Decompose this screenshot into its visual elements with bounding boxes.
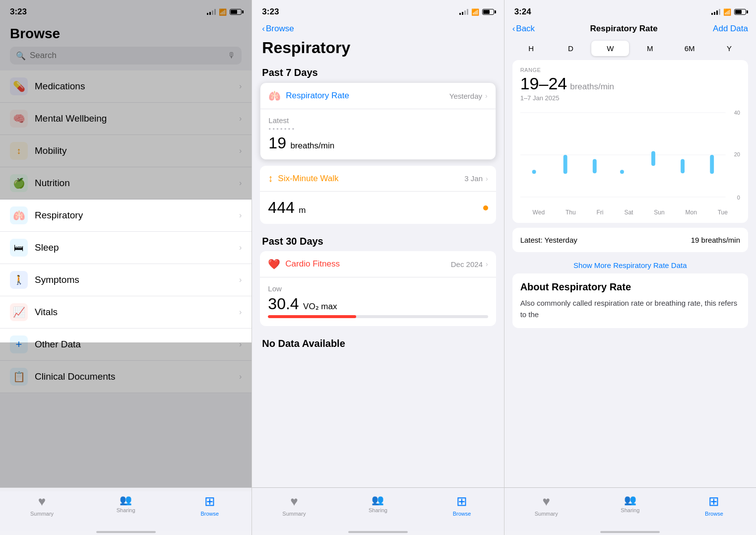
chart-area: RANGE 19–24 breaths/min 1–7 Jan 2025 bbox=[512, 60, 748, 223]
chevron-icon: › bbox=[239, 179, 242, 188]
summary-icon-2: ♥ bbox=[290, 494, 298, 509]
menu-item-medications[interactable]: 💊 Medications › bbox=[0, 70, 252, 103]
respiratory-rate-card[interactable]: 🫁 Respiratory Rate Yesterday › Latest ● … bbox=[260, 82, 496, 160]
back-button-3[interactable]: ‹ Back bbox=[512, 24, 535, 34]
chevron-icon: › bbox=[239, 82, 242, 91]
show-more-link[interactable]: Show More Respiratory Rate Data bbox=[504, 257, 756, 273]
browse-header: Browse 🔍 🎙 bbox=[0, 20, 252, 67]
respiratory-rate-date: Yesterday bbox=[449, 92, 482, 100]
latest-card-value: 19 breaths/min bbox=[691, 236, 740, 244]
six-min-walk-icon: ↕ bbox=[268, 173, 273, 184]
panel-respiratory: 3:23 📶 ‹ Browse Respiratory Past 7 Days bbox=[252, 0, 504, 535]
respiratory-label: Respiratory bbox=[35, 210, 239, 221]
status-time: 3:23 bbox=[10, 7, 27, 17]
tab-summary-label-2: Summary bbox=[282, 511, 306, 517]
time-btn-Y[interactable]: Y bbox=[710, 41, 748, 56]
medications-icon: 💊 bbox=[10, 77, 28, 95]
tab-sharing-2[interactable]: 👥 Sharing bbox=[358, 494, 398, 513]
menu-item-mental-wellbeing[interactable]: 🧠 Mental Wellbeing › bbox=[0, 103, 252, 135]
latest-unit: breaths/min bbox=[290, 141, 334, 150]
sleep-label: Sleep bbox=[35, 242, 239, 253]
chart-x-thu: Thu bbox=[566, 209, 576, 216]
about-title: About Respiratory Rate bbox=[520, 281, 740, 293]
chart-x-wed: Wed bbox=[533, 209, 545, 216]
chart-unit: breaths/min bbox=[570, 82, 614, 92]
menu-item-vitals[interactable]: 📈 Vitals › bbox=[0, 296, 252, 329]
panel2-title: Respiratory bbox=[252, 37, 504, 61]
tab-sharing-label-2: Sharing bbox=[369, 507, 387, 513]
tab-summary-label-3: Summary bbox=[535, 511, 558, 517]
menu-item-respiratory[interactable]: 🫁 Respiratory › bbox=[0, 200, 252, 232]
time-btn-H[interactable]: H bbox=[512, 41, 550, 56]
menu-item-clinical-docs[interactable]: 📋 Clinical Documents › bbox=[0, 361, 252, 393]
signal-icon bbox=[207, 9, 216, 15]
tab-browse-label-2: Browse bbox=[453, 511, 471, 517]
chevron-icon: › bbox=[239, 275, 242, 284]
mobility-label: Mobility bbox=[35, 145, 239, 156]
about-text: Also commonly called respiration rate or… bbox=[520, 298, 740, 320]
respiratory-rate-data: Latest ● ● ● ● ● ● ● 19 breaths/min bbox=[260, 109, 495, 159]
chevron-icon: › bbox=[239, 372, 242, 381]
cardio-fitness-card[interactable]: ❤️ Cardio Fitness Dec 2024 › Low 30.4 VO… bbox=[260, 251, 496, 326]
tab-sharing[interactable]: 👥 Sharing bbox=[106, 494, 146, 513]
time-btn-6M[interactable]: 6M bbox=[671, 41, 708, 56]
menu-item-sleep[interactable]: 🛏 Sleep › bbox=[0, 232, 252, 264]
time-btn-M[interactable]: M bbox=[631, 41, 669, 56]
tab-summary-3[interactable]: ♥ Summary bbox=[526, 494, 566, 517]
respiratory-rate-label: Respiratory Rate bbox=[286, 91, 449, 101]
tab-summary-2[interactable]: ♥ Summary bbox=[274, 494, 314, 517]
tab-browse-3[interactable]: ⊞ Browse bbox=[694, 494, 734, 517]
add-data-button[interactable]: Add Data bbox=[713, 24, 748, 34]
search-bar[interactable]: 🔍 🎙 bbox=[10, 47, 242, 65]
time-selector: H D W M 6M Y bbox=[504, 37, 756, 60]
tab-browse-label: Browse bbox=[200, 511, 219, 517]
tab-sharing-3[interactable]: 👥 Sharing bbox=[610, 494, 650, 513]
menu-item-symptoms[interactable]: 🚶 Symptoms › bbox=[0, 264, 252, 296]
mic-icon[interactable]: 🎙 bbox=[228, 51, 236, 60]
six-min-walk-label: Six-Minute Walk bbox=[278, 174, 464, 184]
browse-icon: ⊞ bbox=[204, 494, 215, 509]
range-label: RANGE bbox=[520, 67, 740, 73]
panel-browse: 3:23 📶 Browse 🔍 🎙 💊 Medications bbox=[0, 0, 252, 535]
chart-x-tue: Tue bbox=[718, 209, 728, 216]
chevron-right-icon-3: › bbox=[486, 260, 488, 268]
six-min-walk-card[interactable]: ↕ Six-Minute Walk 3 Jan › 444 m bbox=[260, 166, 496, 224]
other-data-icon: + bbox=[10, 335, 28, 353]
battery-icon bbox=[230, 9, 242, 15]
medications-label: Medications bbox=[35, 81, 239, 92]
mental-wellbeing-label: Mental Wellbeing bbox=[35, 113, 239, 124]
chevron-icon: › bbox=[239, 308, 242, 317]
battery-icon-2 bbox=[482, 9, 494, 15]
menu-item-nutrition[interactable]: 🍏 Nutrition › bbox=[0, 167, 252, 200]
cardio-fitness-icon: ❤️ bbox=[268, 258, 280, 270]
tab-browse-2[interactable]: ⊞ Browse bbox=[442, 494, 482, 517]
battery-icon-3 bbox=[734, 9, 746, 15]
chart-bars-svg bbox=[520, 108, 740, 202]
chart-x-sat: Sat bbox=[624, 209, 633, 216]
menu-item-other-data[interactable]: + Other Data › bbox=[0, 329, 252, 361]
chevron-left-icon: ‹ bbox=[262, 24, 265, 34]
time-btn-D[interactable]: D bbox=[552, 41, 590, 56]
back-button-2[interactable]: ‹ Browse bbox=[262, 24, 294, 34]
about-section: About Respiratory Rate Also commonly cal… bbox=[512, 273, 748, 328]
panel3-nav: ‹ Back Respiratory Rate Add Data bbox=[504, 20, 756, 37]
svg-rect-8 bbox=[681, 159, 685, 174]
tab-bar-2: ♥ Summary 👥 Sharing ⊞ Browse bbox=[252, 487, 504, 531]
tab-bar-3: ♥ Summary 👥 Sharing ⊞ Browse bbox=[504, 487, 756, 531]
tab-bar: ♥ Summary 👥 Sharing ⊞ Browse bbox=[0, 487, 252, 531]
mobility-icon: ↕ bbox=[10, 142, 28, 160]
sharing-icon-3: 👥 bbox=[624, 494, 636, 506]
svg-rect-7 bbox=[651, 151, 655, 166]
tab-summary[interactable]: ♥ Summary bbox=[22, 494, 62, 517]
tab-browse[interactable]: ⊞ Browse bbox=[190, 494, 230, 517]
menu-item-mobility[interactable]: ↕ Mobility › bbox=[0, 135, 252, 167]
time-btn-W[interactable]: W bbox=[591, 41, 629, 56]
search-input[interactable] bbox=[30, 51, 224, 61]
vitals-icon: 📈 bbox=[10, 303, 28, 321]
cardio-sub-label: Low bbox=[268, 284, 488, 293]
tab-summary-label: Summary bbox=[30, 511, 54, 517]
no-data-label: No Data Available bbox=[252, 332, 504, 353]
chevron-right-icon-2: › bbox=[486, 175, 488, 183]
summary-icon: ♥ bbox=[38, 494, 46, 509]
cardio-fitness-label: Cardio Fitness bbox=[285, 259, 450, 269]
